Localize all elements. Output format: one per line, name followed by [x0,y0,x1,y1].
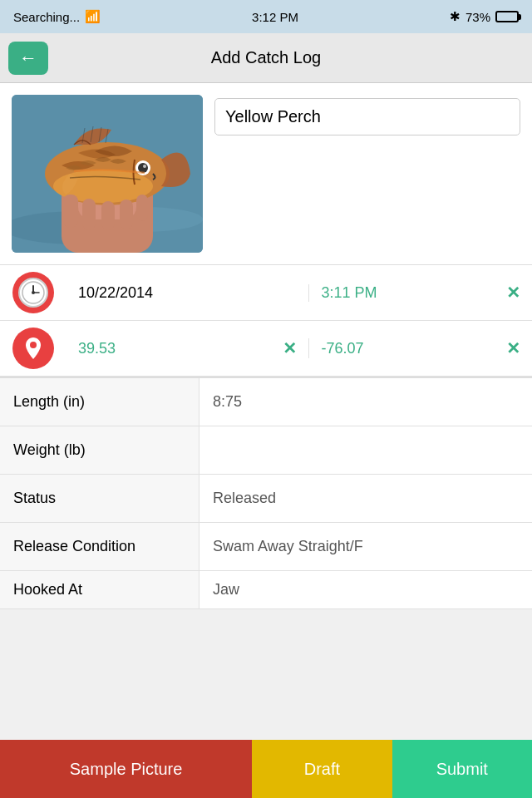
wifi-icon: 📶 [85,9,101,24]
pin-svg [22,336,44,361]
fish-section [0,83,532,265]
nav-bar: ← Add Catch Log [0,33,532,83]
latitude-field[interactable]: 39.53 ✕ [66,338,309,358]
time-value: 3:11 PM [321,284,498,302]
latitude-value: 39.53 [78,340,276,357]
species-box [214,95,520,253]
clock-icon [12,272,54,313]
hooked-at-value[interactable]: Jaw [200,571,532,608]
location-icon-cell [0,321,66,376]
svg-rect-12 [101,201,115,230]
status-row: Status Released [0,475,532,523]
release-condition-value[interactable]: Swam Away Straight/F [200,523,532,570]
svg-rect-11 [82,199,96,230]
clock-icon-cell [0,265,66,320]
status-value[interactable]: Released [200,475,532,522]
length-label: Length (in) [0,378,200,426]
longitude-value: -76.07 [321,340,498,357]
weight-value[interactable] [200,426,532,474]
release-condition-row: Release Condition Swam Away Straight/F [0,523,532,571]
hooked-at-row: Hooked At Jaw [0,571,532,609]
longitude-field[interactable]: -76.07 ✕ [309,338,532,358]
length-value[interactable]: 8:75 [200,378,532,426]
svg-rect-13 [120,200,133,229]
status-label: Status [0,475,200,522]
fish-photo[interactable] [12,95,203,253]
status-right: ✱ 73% [450,9,519,24]
clear-time-button[interactable]: ✕ [506,283,520,303]
svg-point-9 [143,165,146,168]
clock-face [18,278,48,308]
back-button[interactable]: ← [8,42,48,75]
status-left: Searching... 📶 [13,9,101,24]
page-title: Add Catch Log [48,48,484,67]
weight-label: Weight (lb) [0,426,200,474]
svg-point-18 [32,291,35,294]
clock-svg [21,280,46,305]
form-section: Length (in) 8:75 Weight (lb) Status Rele… [0,377,532,609]
svg-rect-10 [63,195,78,228]
time-field[interactable]: 3:11 PM ✕ [309,283,532,303]
svg-rect-14 [136,195,148,221]
status-bar: Searching... 📶 3:12 PM ✱ 73% [0,0,532,33]
weight-row: Weight (lb) [0,426,532,475]
back-arrow-icon: ← [19,49,37,67]
searching-text: Searching... [13,10,80,24]
battery-icon [495,11,519,22]
release-condition-label: Release Condition [0,523,200,570]
fish-image [12,95,203,253]
date-field[interactable]: 10/22/2014 [66,284,309,302]
location-icon [12,328,54,369]
clear-lon-button[interactable]: ✕ [506,338,520,358]
hooked-at-label: Hooked At [0,571,200,608]
svg-point-19 [30,342,37,348]
bluetooth-icon: ✱ [450,9,461,24]
datetime-row: 10/22/2014 3:11 PM ✕ [0,265,532,321]
main-content: 10/22/2014 3:11 PM ✕ 39.53 ✕ [0,83,532,667]
datetime-location-section: 10/22/2014 3:11 PM ✕ 39.53 ✕ [0,265,532,377]
species-input[interactable] [214,98,520,135]
bottom-spacer [0,609,532,667]
battery-percent: 73% [466,10,490,24]
location-row: 39.53 ✕ -76.07 ✕ [0,321,532,377]
length-row: Length (in) 8:75 [0,378,532,426]
status-time: 3:12 PM [252,10,298,24]
clear-lat-button[interactable]: ✕ [283,338,297,358]
